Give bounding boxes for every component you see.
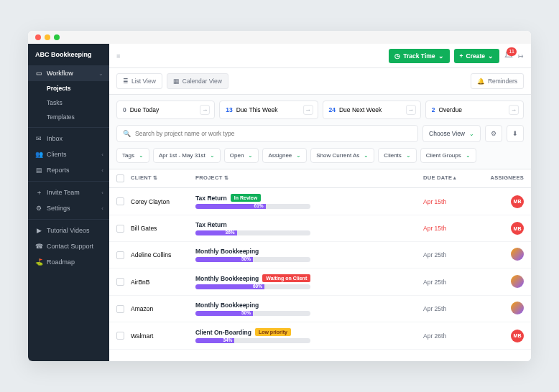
close-dot[interactable] bbox=[35, 34, 41, 40]
search-box[interactable]: 🔍 bbox=[116, 125, 418, 142]
chevron-left-icon: ‹ bbox=[101, 190, 103, 196]
progress-bar: 50% bbox=[195, 311, 310, 316]
settings-icon-button[interactable]: ⚙ bbox=[485, 125, 502, 142]
sidebar-item-settings[interactable]: ⚙ Settings ‹ bbox=[28, 200, 109, 216]
due-date: Apr 25th bbox=[423, 305, 481, 312]
min-dot[interactable] bbox=[45, 34, 50, 40]
summary-cards: 0Due Today→13Due This Week→24Due Next We… bbox=[109, 95, 531, 125]
sidebar-item-invite[interactable]: ＋ Invite Team ‹ bbox=[28, 185, 109, 200]
avatar[interactable] bbox=[511, 302, 524, 314]
table-row[interactable]: Corey Clayton Tax Return In Review 61% A… bbox=[109, 188, 531, 215]
col-due[interactable]: DUE DATE▴ bbox=[423, 174, 481, 182]
row-checkbox[interactable] bbox=[116, 225, 124, 233]
sidebar-label: Inbox bbox=[47, 135, 63, 142]
users-icon: 👥 bbox=[35, 151, 42, 158]
choose-view-dropdown[interactable]: Choose View ⌄ bbox=[422, 125, 481, 142]
chevron-down-icon: ⌄ bbox=[488, 52, 494, 60]
reminders-button[interactable]: 🔔 Reminders bbox=[471, 73, 524, 89]
chevron-down-icon: ⌄ bbox=[364, 152, 369, 159]
search-input[interactable] bbox=[135, 130, 412, 137]
notif-badge: 11 bbox=[507, 47, 517, 56]
select-all-checkbox[interactable] bbox=[116, 174, 124, 182]
chevron-left-icon: ‹ bbox=[101, 167, 103, 174]
create-button[interactable]: + Create ⌄ bbox=[454, 49, 499, 63]
chevron-down-icon: ⌄ bbox=[438, 52, 444, 60]
card-label: Due Today bbox=[130, 106, 159, 113]
calendar-icon: ▦ bbox=[173, 78, 180, 85]
sidebar-item-clients[interactable]: 👥 Clients ‹ bbox=[28, 146, 109, 162]
due-date: Apr 15th bbox=[423, 198, 481, 205]
track-time-button[interactable]: ◷ Track Time ⌄ bbox=[389, 49, 449, 63]
row-checkbox[interactable] bbox=[116, 332, 124, 340]
choose-view-label: Choose View bbox=[429, 130, 465, 137]
notifications-button[interactable]: 11 bbox=[504, 50, 514, 62]
progress-pct: 50% bbox=[241, 311, 251, 315]
col-project[interactable]: PROJECT⇅ bbox=[195, 174, 423, 182]
avatar[interactable] bbox=[511, 248, 524, 261]
col-client[interactable]: CLIENT⇅ bbox=[131, 174, 195, 182]
filter-assignee[interactable]: Assignee⌄ bbox=[262, 148, 307, 163]
summary-card[interactable]: 2Overdue→ bbox=[425, 101, 524, 119]
sidebar-sub-tasks[interactable]: Tasks bbox=[28, 95, 109, 110]
download-icon-button[interactable]: ⬇ bbox=[507, 125, 524, 142]
max-dot[interactable] bbox=[54, 34, 60, 40]
chevron-down-icon: ⌄ bbox=[98, 70, 103, 77]
arrow-right-icon[interactable]: → bbox=[303, 105, 313, 115]
arrow-right-icon[interactable]: → bbox=[509, 105, 519, 115]
create-label: Create bbox=[466, 52, 485, 60]
avatar[interactable]: MB bbox=[511, 330, 524, 342]
avatar[interactable] bbox=[511, 275, 524, 288]
clock-icon: ◷ bbox=[394, 52, 400, 60]
sidebar-item-reports[interactable]: ▤ Reports ‹ bbox=[28, 162, 109, 178]
inbox-icon: ✉ bbox=[35, 135, 42, 142]
user-plus-icon: ＋ bbox=[35, 189, 42, 196]
summary-card[interactable]: 13Due This Week→ bbox=[219, 101, 318, 119]
logout-icon[interactable]: ↦ bbox=[518, 52, 524, 60]
filter-dates[interactable]: Apr 1st - May 31st⌄ bbox=[153, 148, 221, 163]
table-row[interactable]: Amazon Monthly Bookkeeping 50% Apr 25th bbox=[109, 296, 531, 322]
table-row[interactable]: Walmart Client On-Boarding Low priority … bbox=[109, 322, 531, 350]
sidebar-sub-templates[interactable]: Templates bbox=[28, 110, 109, 124]
filter-show-as[interactable]: Show Current As⌄ bbox=[310, 148, 374, 163]
row-checkbox[interactable] bbox=[116, 278, 124, 286]
filter-tags[interactable]: Tags⌄ bbox=[116, 148, 149, 163]
summary-card[interactable]: 24Due Next Week→ bbox=[323, 101, 421, 119]
client-name: Adeline Collins bbox=[131, 251, 195, 258]
sidebar-item-roadmap[interactable]: ⛳ Roadmap bbox=[28, 254, 109, 270]
sidebar-label: Settings bbox=[47, 205, 70, 212]
filter-clients[interactable]: Clients⌄ bbox=[378, 148, 416, 163]
chevron-down-icon: ⌄ bbox=[296, 152, 301, 159]
arrow-right-icon[interactable]: → bbox=[406, 105, 416, 115]
arrow-right-icon[interactable]: → bbox=[200, 105, 210, 115]
sidebar-item-contact[interactable]: ☎ Contact Support bbox=[28, 238, 109, 254]
row-checkbox[interactable] bbox=[116, 197, 124, 205]
table-row[interactable]: AirBnB Monthly Bookkeeping Waiting on Cl… bbox=[109, 269, 531, 296]
filter-client-groups[interactable]: Client Groups⌄ bbox=[420, 148, 476, 163]
table-row[interactable]: Adeline Collins Monthly Bookkeeping 50% … bbox=[109, 242, 531, 269]
table-header: CLIENT⇅ PROJECT⇅ DUE DATE▴ ASSIGNEES bbox=[109, 169, 531, 188]
progress-pct: 61% bbox=[254, 204, 264, 208]
row-checkbox[interactable] bbox=[116, 305, 124, 313]
avatar[interactable]: MB bbox=[511, 195, 524, 208]
row-checkbox[interactable] bbox=[116, 251, 124, 259]
sidebar-sub-projects[interactable]: Projects bbox=[28, 81, 109, 95]
filter-open[interactable]: Open⌄ bbox=[224, 148, 259, 163]
filters-row: Tags⌄ Apr 1st - May 31st⌄ Open⌄ Assignee… bbox=[109, 148, 531, 169]
sidebar-item-workflow[interactable]: ▭ Workflow ⌄ bbox=[28, 65, 109, 81]
project-name: Client On-Boarding Low priority bbox=[195, 328, 423, 336]
mac-titlebar bbox=[28, 31, 531, 44]
menu-icon[interactable]: ≡ bbox=[116, 52, 120, 60]
summary-card[interactable]: 0Due Today→ bbox=[116, 101, 215, 119]
col-assign: ASSIGNEES bbox=[481, 174, 524, 182]
avatar[interactable]: MB bbox=[511, 222, 524, 235]
sidebar-item-tutorials[interactable]: ▶ Tutorial Videos bbox=[28, 223, 109, 238]
gear-icon: ⚙ bbox=[35, 205, 42, 212]
tab-calendar-view[interactable]: ▦ Calendar View bbox=[167, 73, 228, 89]
sidebar-label: Invite Team bbox=[47, 189, 80, 196]
table-row[interactable]: Bill Gates Tax Return 36% Apr 15th MB bbox=[109, 215, 531, 242]
topbar: ≡ ◷ Track Time ⌄ + Create ⌄ 11 ↦ bbox=[109, 44, 531, 68]
progress-bar: 60% bbox=[195, 284, 310, 289]
tab-list-view[interactable]: ≣ List View bbox=[116, 73, 162, 89]
plus-icon: + bbox=[460, 52, 463, 60]
sidebar-item-inbox[interactable]: ✉ Inbox bbox=[28, 131, 109, 146]
